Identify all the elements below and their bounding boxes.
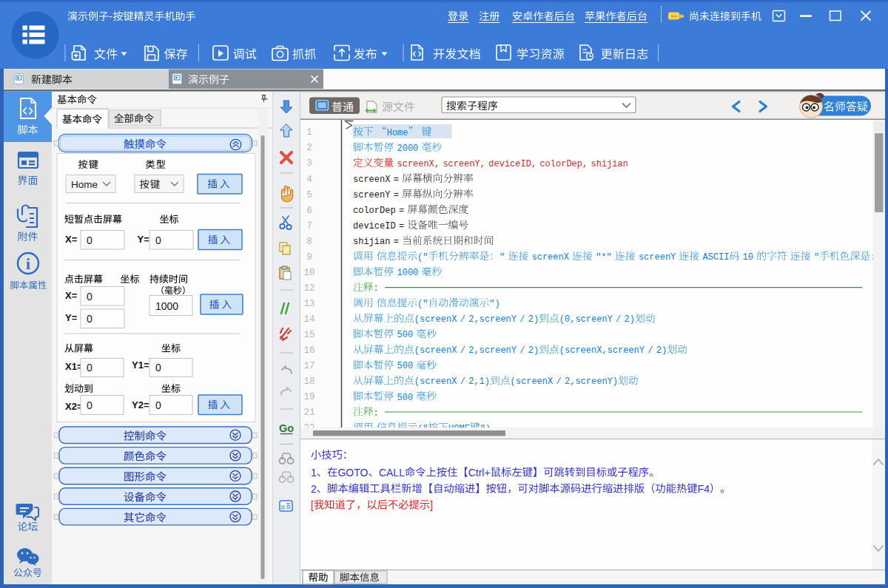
svg-text:1: 1 [311, 467, 317, 479]
svg-text:deviceID,: deviceID, [488, 159, 536, 169]
svg-text:Y=: Y= [138, 234, 150, 245]
svg-text:(screenX: (screenX [414, 314, 457, 325]
svg-text:/: / [460, 314, 465, 325]
svg-text:9: 9 [306, 252, 312, 263]
svg-text:screenX,: screenX, [397, 159, 440, 169]
svg-text:(": (" [417, 252, 428, 263]
svg-text:1000: 1000 [397, 268, 419, 278]
svg-text:21: 21 [303, 408, 314, 418]
svg-text:(": (" [417, 299, 428, 309]
svg-text:Y2=: Y2= [132, 399, 149, 410]
svg-text:CALL: CALL [379, 467, 405, 479]
svg-text:/: / [556, 376, 562, 387]
svg-text:1: 1 [306, 127, 312, 138]
svg-text:10: 10 [303, 268, 314, 278]
svg-text:screenX: screenX [532, 252, 569, 263]
svg-text:": " [500, 252, 505, 263]
svg-text:19: 19 [303, 392, 314, 402]
svg-text:=: = [394, 237, 399, 247]
svg-text:(screenX,screenY: (screenX,screenY [559, 345, 645, 356]
svg-text:/: / [460, 376, 465, 387]
svg-text:2): 2) [656, 345, 667, 356]
svg-text:X2=: X2= [65, 401, 83, 412]
svg-text:(0,screenY: (0,screenY [559, 314, 613, 325]
svg-text:4: 4 [306, 175, 312, 185]
svg-text:17: 17 [303, 361, 314, 371]
svg-text:Home: Home [387, 128, 408, 138]
svg-text:screenX: screenX [353, 175, 390, 185]
svg-text:F4: F4 [698, 483, 710, 495]
svg-text:2): 2) [528, 345, 539, 356]
svg-text:2,screenY: 2,screenY [468, 314, 517, 325]
svg-text:Y1=: Y1= [132, 359, 149, 371]
svg-text:i: i [26, 255, 30, 273]
svg-text:"*": "*" [596, 252, 612, 263]
svg-text:1000: 1000 [155, 300, 178, 312]
svg-text:/: / [648, 345, 653, 356]
svg-text:[: [ [311, 499, 314, 511]
svg-text:/: / [519, 314, 525, 325]
svg-text:Ctrl+: Ctrl+ [468, 467, 491, 479]
svg-text:0: 0 [87, 399, 92, 411]
svg-text::: : [374, 408, 379, 419]
svg-text:X=: X= [65, 290, 78, 301]
svg-text:screenY: screenY [353, 190, 390, 200]
svg-text:0: 0 [155, 399, 161, 411]
svg-text:/: / [460, 345, 465, 356]
svg-text:2,1): 2,1) [468, 376, 490, 387]
svg-text:16: 16 [303, 345, 314, 356]
svg-text:screenY,: screenY, [443, 159, 485, 169]
svg-text:Home: Home [71, 179, 98, 190]
svg-text:0: 0 [155, 234, 161, 246]
svg-text:=: = [394, 175, 399, 185]
svg-text:500: 500 [397, 330, 414, 340]
svg-text:2: 2 [306, 143, 312, 153]
svg-text:8: 8 [306, 237, 312, 247]
svg-text:]: ] [430, 499, 433, 511]
svg-text:6: 6 [306, 206, 312, 216]
svg-text::: : [374, 283, 379, 294]
svg-text:0: 0 [87, 362, 92, 374]
svg-text:2,screenY): 2,screenY) [565, 376, 618, 387]
svg-text:500: 500 [397, 393, 414, 403]
svg-text:2: 2 [311, 483, 317, 495]
svg-text:0: 0 [87, 313, 92, 325]
svg-text:(screenX: (screenX [414, 376, 457, 387]
svg-text:GOTO: GOTO [337, 467, 368, 479]
svg-text:(screenX: (screenX [414, 345, 457, 356]
svg-text:ASCII: ASCII [703, 252, 730, 263]
svg-text:/: / [616, 314, 621, 325]
svg-text:shijian: shijian [591, 159, 628, 169]
svg-text:(screenX: (screenX [511, 376, 554, 387]
svg-text:-: - [109, 10, 112, 22]
svg-text:X=: X= [65, 234, 78, 245]
svg-text:0: 0 [155, 362, 161, 374]
svg-text:5: 5 [306, 190, 312, 200]
svg-text:=: = [399, 221, 404, 232]
svg-text:14: 14 [303, 314, 314, 325]
svg-text:7: 7 [306, 221, 312, 232]
svg-text:=: = [394, 190, 399, 200]
svg-text:X1=: X1= [65, 361, 83, 372]
svg-text:Go: Go [279, 422, 294, 434]
svg-text:13: 13 [303, 299, 314, 309]
svg-text:2): 2) [528, 314, 539, 325]
svg-text:"): ") [489, 299, 500, 309]
svg-text:0: 0 [87, 234, 92, 246]
svg-text:": " [814, 252, 819, 263]
svg-text:15: 15 [303, 330, 314, 340]
svg-text:2): 2) [625, 314, 635, 325]
svg-text:2000: 2000 [397, 143, 419, 154]
svg-text:colorDep,: colorDep, [539, 159, 588, 169]
svg-text:=: = [399, 206, 404, 216]
svg-text:0: 0 [87, 291, 92, 303]
svg-text:screenY: screenY [639, 252, 676, 263]
svg-text:2,screenY: 2,screenY [468, 345, 517, 356]
svg-text:colorDep: colorDep [353, 206, 396, 216]
svg-text:deviceID: deviceID [353, 221, 396, 232]
svg-text:18: 18 [303, 376, 314, 387]
svg-text:12: 12 [303, 283, 314, 294]
svg-text:shijian: shijian [353, 237, 390, 247]
svg-text:3: 3 [306, 158, 312, 169]
svg-text:10: 10 [743, 252, 753, 263]
